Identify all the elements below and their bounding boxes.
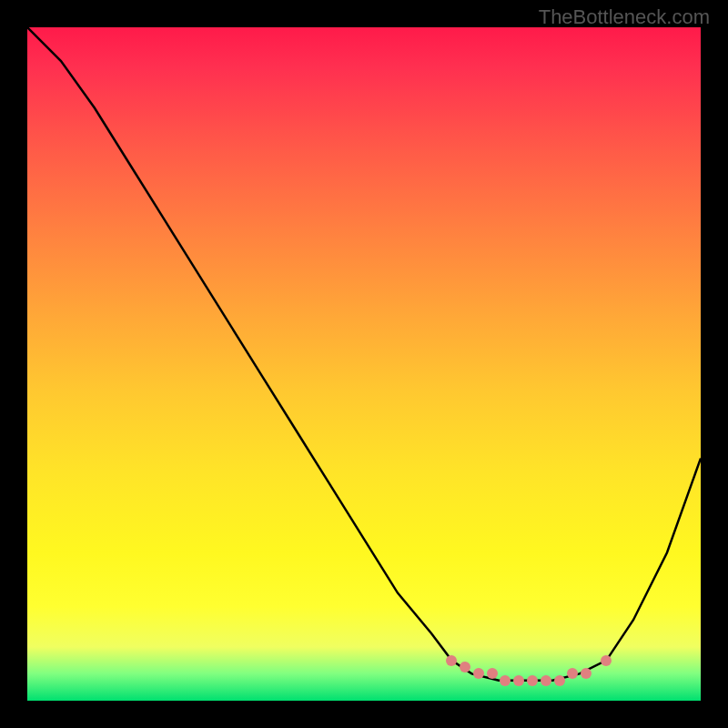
optimal-dot [554, 675, 565, 686]
optimal-dot [541, 675, 551, 686]
chart-plot-area [27, 27, 701, 701]
optimal-dot [567, 668, 578, 679]
optimal-dot [500, 675, 511, 686]
optimal-dot [487, 668, 498, 679]
optimal-range-dots [27, 27, 701, 701]
optimal-dot [460, 662, 470, 672]
bottleneck-curve [27, 27, 701, 701]
optimal-dot [601, 655, 612, 666]
optimal-dot [527, 675, 538, 686]
optimal-dot [473, 668, 484, 679]
optimal-dot [581, 668, 592, 679]
watermark-text: TheBottleneck.com [539, 5, 710, 29]
optimal-dot [513, 675, 524, 686]
optimal-dot [446, 655, 457, 666]
